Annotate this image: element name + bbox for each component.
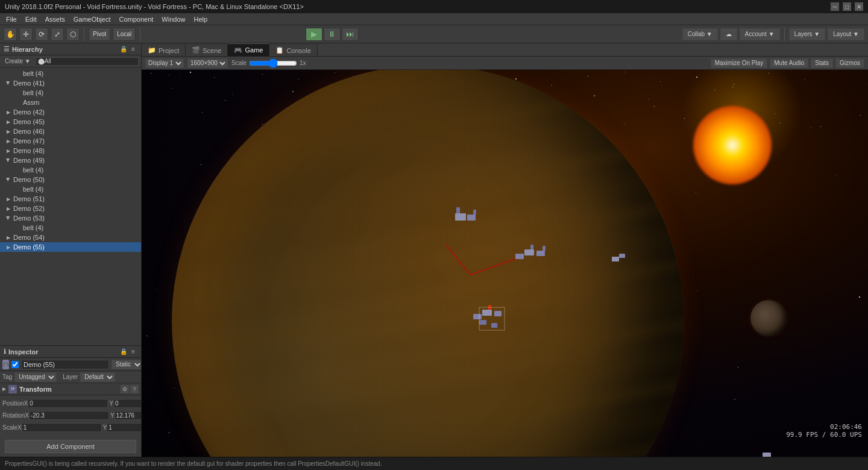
position-y-input[interactable] [113, 399, 141, 408]
local-button[interactable]: Local [113, 28, 136, 41]
hierarchy-create-btn[interactable]: Create ▼ [2, 58, 33, 64]
tree-item-demo51[interactable]: ▶ Demo (51) [0, 194, 141, 204]
add-component-button[interactable]: Add Component [5, 440, 136, 453]
menu-window[interactable]: Window [158, 14, 189, 24]
rotation-x-label: X [25, 412, 29, 419]
tab-console[interactable]: 📋 Console [269, 44, 317, 56]
tree-arrow-demo50: ▶ [5, 176, 12, 183]
menu-assets[interactable]: Assets [42, 14, 69, 24]
tree-arrow [14, 89, 22, 96]
play-button[interactable]: ▶ [306, 28, 322, 41]
tree-item-belt4-demo53[interactable]: belt (4) [0, 223, 141, 233]
inspector-header-controls: 🔒 ≡ [119, 348, 137, 356]
cloud-button[interactable]: ☁ [720, 28, 737, 40]
menu-gameobject[interactable]: GameObject [70, 14, 115, 24]
object-active-checkbox[interactable] [11, 361, 19, 368]
tab-game-icon: 🎮 [234, 46, 242, 54]
rotation-y-input[interactable] [115, 411, 141, 420]
game-timestamp: 02:06:46 99.9 FPS / 60.0 UPS [786, 423, 862, 439]
scale-slider[interactable] [249, 60, 297, 66]
hierarchy-menu-btn[interactable]: ≡ [129, 45, 137, 54]
scale-x-input[interactable] [22, 423, 102, 432]
close-button[interactable]: ✕ [855, 2, 863, 11]
tree-item-demo54[interactable]: ▶ Demo (54) [0, 233, 141, 242]
tab-game[interactable]: 🎮 Game [228, 43, 269, 56]
static-dropdown[interactable]: Static [112, 360, 141, 369]
scale-y-input[interactable] [107, 423, 141, 432]
scale-label: Scale [231, 60, 247, 66]
pause-button[interactable]: ⏸ [324, 28, 341, 41]
maximize-button[interactable]: □ [843, 2, 851, 11]
toolbar-transform-move[interactable]: ✛ [19, 28, 33, 41]
tree-item-belt4-top[interactable]: belt (4) [0, 69, 141, 78]
object-icon: 🎮 [2, 360, 9, 369]
layer-select[interactable]: Default [80, 372, 115, 382]
mute-audio-btn[interactable]: Mute Audio [770, 58, 808, 68]
rotation-x-input[interactable] [29, 411, 109, 420]
scale-y-label: Y [103, 424, 107, 431]
minimize-button[interactable]: ─ [831, 2, 839, 11]
game-toolbar: Display 1 1600×900 Scale 1x Maximize On … [142, 57, 868, 70]
toolbar-transform-hand[interactable]: ✋ [4, 28, 17, 41]
transform-component-header[interactable]: ▶ ⟳ Transform ⚙ ? [0, 383, 141, 395]
layout-dropdown[interactable]: Layout ▼ [828, 28, 864, 40]
toolbar-transform-scale[interactable]: ⤢ [51, 28, 64, 41]
menu-file[interactable]: File [2, 14, 20, 24]
layers-dropdown[interactable]: Layers ▼ [789, 28, 826, 40]
object-name-input[interactable] [21, 360, 109, 369]
toolbar-transform-rect[interactable]: ⬡ [66, 28, 80, 41]
position-x-label: X [24, 400, 28, 407]
hierarchy-header: ☰ Hierarchy 🔒 ≡ [0, 43, 141, 55]
tree-item-demo55[interactable]: ▶ Demo (55) [0, 242, 141, 252]
tree-item-belt4-demo50[interactable]: belt (4) [0, 184, 141, 194]
tree-item-demo49[interactable]: ▶ Demo (49) [0, 155, 141, 165]
step-button[interactable]: ⏭ [342, 28, 359, 41]
resolution-select[interactable]: 1600×900 [187, 58, 228, 68]
display-select[interactable]: Display 1 [145, 58, 184, 68]
pivot-button[interactable]: Pivot [89, 28, 110, 41]
transform-help-btn[interactable]: ? [130, 385, 139, 393]
hierarchy-header-controls: 🔒 ≡ [119, 45, 137, 54]
hierarchy-title: Hierarchy [12, 46, 43, 53]
toolbar-transform-rotate[interactable]: ⟳ [35, 28, 48, 41]
tree-item-demo52[interactable]: ▶ Demo (52) [0, 204, 141, 213]
inspector-lock-btn[interactable]: 🔒 [119, 348, 128, 356]
tab-project[interactable]: 📁 Project [142, 44, 186, 56]
collab-button[interactable]: Collab ▼ [682, 28, 718, 40]
inspector-menu-btn[interactable]: ≡ [129, 348, 137, 356]
hierarchy-lock-btn[interactable]: 🔒 [119, 45, 128, 54]
menu-edit[interactable]: Edit [22, 14, 40, 24]
tab-scene-icon: 🎬 [192, 46, 200, 54]
tree-item-demo42[interactable]: ▶ Demo (42) [0, 107, 141, 117]
tree-item-belt4-demo41[interactable]: belt (4) [0, 88, 141, 98]
tree-item-demo48[interactable]: ▶ Demo (48) [0, 146, 141, 155]
tree-item-demo46[interactable]: ▶ Demo (46) [0, 127, 141, 136]
layer-label: Layer [63, 374, 78, 380]
tab-bar: 📁 Project 🎬 Scene 🎮 Game 📋 Console [142, 43, 868, 57]
menu-help[interactable]: Help [190, 14, 211, 24]
gizmos-btn[interactable]: Gizmos [835, 58, 864, 68]
time-display: 02:06:46 [786, 423, 862, 431]
tree-item-demo41[interactable]: ▶ Demo (41) [0, 78, 141, 88]
menu-component[interactable]: Component [115, 14, 157, 24]
tree-item-demo50[interactable]: ▶ Demo (50) [0, 175, 141, 184]
collab-label: Collab ▼ [688, 31, 712, 37]
hierarchy-search-input[interactable] [36, 57, 139, 66]
tab-scene[interactable]: 🎬 Scene [186, 44, 228, 56]
account-button[interactable]: Account ▼ [740, 28, 780, 40]
position-x-input[interactable] [28, 399, 108, 408]
tag-select[interactable]: Untagged [14, 372, 57, 382]
tree-arrow-demo52: ▶ [5, 205, 12, 212]
title-text: Unity 2018.1.0f2 Personal - Void Fortres… [5, 3, 304, 10]
maximize-on-play-btn[interactable]: Maximize On Play [711, 58, 768, 68]
window-controls: ─ □ ✕ [831, 2, 863, 11]
tree-item-assm[interactable]: Assm [0, 98, 141, 107]
tree-item-demo53[interactable]: ▶ Demo (53) [0, 213, 141, 223]
transform-settings-btn[interactable]: ⚙ [121, 385, 129, 393]
tree-item-demo45[interactable]: ▶ Demo (45) [0, 117, 141, 127]
tree-item-demo47[interactable]: ▶ Demo (47) [0, 136, 141, 146]
tree-item-belt4-demo49[interactable]: belt (4) [0, 165, 141, 175]
status-message: PropertiesGUI() is being called recursiv… [5, 460, 382, 467]
left-panel: ☰ Hierarchy 🔒 ≡ Create ▼ belt (4) [0, 43, 142, 457]
stats-btn[interactable]: Stats [811, 58, 833, 68]
